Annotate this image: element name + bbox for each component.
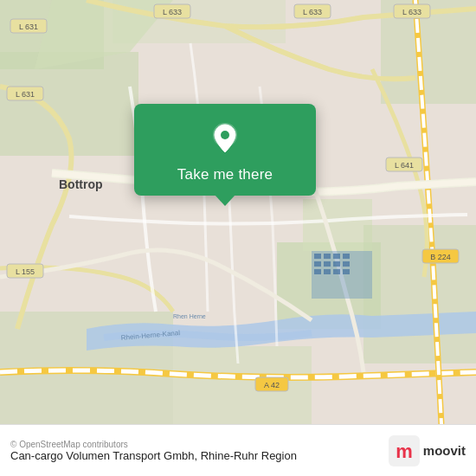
svg-text:L 633: L 633 bbox=[303, 8, 322, 16]
svg-text:L 631: L 631 bbox=[16, 90, 35, 99]
svg-text:L 155: L 155 bbox=[16, 267, 35, 276]
map-container[interactable]: Bottrop L 631 L 633 L 633 L 633 L 631 L … bbox=[0, 0, 476, 424]
svg-rect-6 bbox=[363, 225, 476, 363]
svg-text:L 631: L 631 bbox=[19, 23, 38, 31]
svg-rect-41 bbox=[314, 269, 321, 274]
svg-rect-5 bbox=[303, 199, 372, 251]
map-background: Bottrop L 631 L 633 L 633 L 633 L 631 L … bbox=[0, 0, 476, 424]
svg-rect-34 bbox=[324, 254, 331, 259]
location-title: Can-cargo Volumen Transport Gmbh, Rhine-… bbox=[10, 449, 297, 462]
moovit-text: moovit bbox=[423, 443, 466, 458]
footer-text-block: © OpenStreetMap contributors Can-cargo V… bbox=[10, 440, 297, 462]
svg-rect-39 bbox=[333, 261, 340, 267]
svg-text:Rhen Herne: Rhen Herne bbox=[173, 313, 206, 319]
svg-text:m: m bbox=[396, 441, 413, 462]
svg-text:L 641: L 641 bbox=[395, 161, 414, 170]
svg-rect-40 bbox=[343, 261, 350, 267]
location-pin-icon bbox=[206, 119, 244, 158]
svg-rect-37 bbox=[314, 261, 321, 267]
svg-rect-38 bbox=[324, 261, 331, 267]
svg-rect-44 bbox=[343, 269, 350, 274]
svg-text:B 224: B 224 bbox=[430, 253, 451, 261]
svg-text:Bottrop: Bottrop bbox=[59, 177, 103, 191]
take-me-there-button[interactable]: Take me there bbox=[177, 166, 273, 183]
moovit-logo-icon: m bbox=[389, 435, 420, 466]
svg-text:L 633: L 633 bbox=[402, 8, 421, 16]
svg-rect-35 bbox=[333, 254, 340, 259]
svg-rect-36 bbox=[343, 254, 350, 259]
svg-text:L 633: L 633 bbox=[163, 8, 182, 16]
moovit-logo: m moovit bbox=[389, 435, 466, 466]
copyright-text: © OpenStreetMap contributors bbox=[10, 440, 297, 449]
svg-point-46 bbox=[221, 131, 229, 139]
popup-card: Take me there bbox=[134, 104, 316, 196]
svg-rect-43 bbox=[333, 269, 340, 274]
svg-rect-8 bbox=[173, 346, 312, 424]
svg-rect-33 bbox=[314, 254, 321, 259]
svg-text:A 42: A 42 bbox=[264, 381, 280, 389]
svg-rect-42 bbox=[324, 269, 331, 274]
footer: © OpenStreetMap contributors Can-cargo V… bbox=[0, 424, 476, 476]
